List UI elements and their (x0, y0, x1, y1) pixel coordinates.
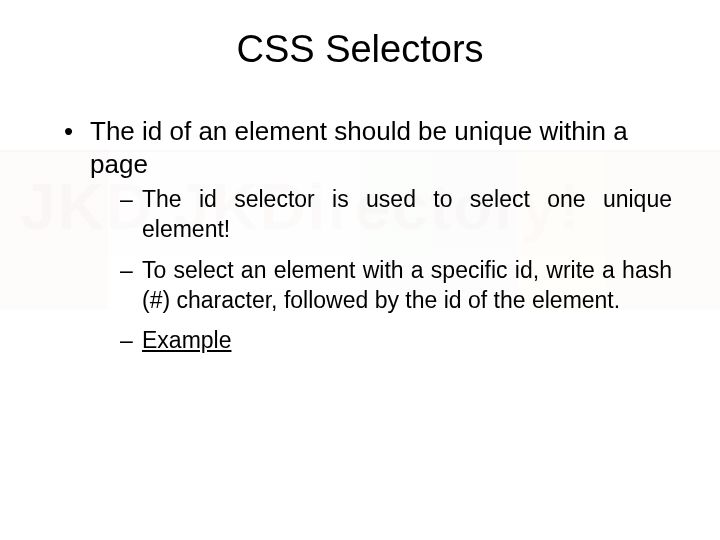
sub-bullet-text: To select an element with a specific id,… (142, 257, 672, 313)
bullet-item: The id of an element should be unique wi… (70, 115, 672, 356)
sub-bullet-item: To select an element with a specific id,… (124, 255, 672, 316)
sub-bullet-text: The id selector is used to select one un… (142, 186, 672, 242)
example-link[interactable]: Example (142, 327, 231, 353)
slide-body: CSS Selectors The id of an element shoul… (0, 0, 720, 356)
slide-title: CSS Selectors (48, 28, 672, 71)
bullet-text: The id of an element should be unique wi… (90, 116, 628, 179)
bullet-list: The id of an element should be unique wi… (48, 115, 672, 356)
sub-bullet-item: Example (124, 325, 672, 355)
sub-bullet-item: The id selector is used to select one un… (124, 184, 672, 245)
sub-bullet-list: The id selector is used to select one un… (90, 184, 672, 356)
